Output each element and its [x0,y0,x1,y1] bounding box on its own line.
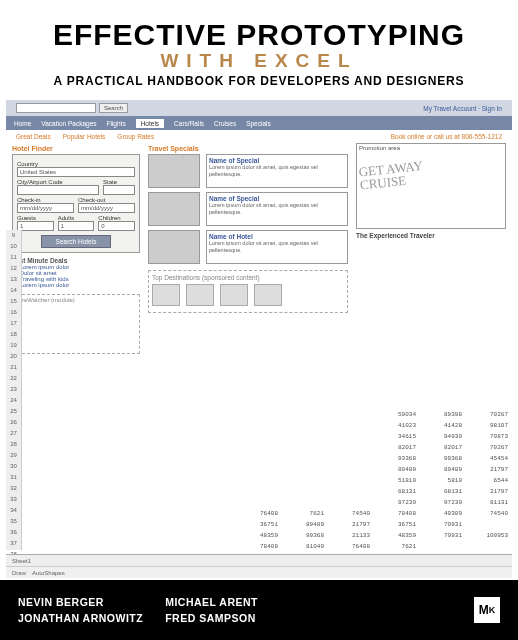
sheet-tab[interactable]: Sheet1 [12,558,31,564]
mk-logo-icon: MK [474,597,500,623]
promo-scribble: GET AWAY CRUISE [358,151,504,192]
special-image [148,192,200,226]
lmd-heading: Last Minute Deals [12,257,140,264]
children-select[interactable]: 0 [98,221,135,231]
draw-menu[interactable]: Draw [12,570,26,576]
search-button[interactable]: Search [99,103,128,113]
guests-select[interactable]: 1 [17,221,54,231]
subnav-group[interactable]: Group Rates [117,133,154,140]
autoshapes-menu[interactable]: AutoShapes [32,570,65,576]
main-nav: Home Vacation Packages Flights Hotels Ca… [6,116,512,130]
top-nav: Search My Travel Account · Sign In [6,100,512,116]
experienced-traveler-heading: The Experienced Traveler [356,232,506,239]
promotion-area: Promotion area GET AWAY CRUISE [356,143,506,229]
nav-cars[interactable]: Cars/Rails [174,120,204,127]
special-text: Name of Hotel Lorem ipsum dolor sit amet… [206,230,348,264]
left-column: Hotel Finder Country United States City/… [12,143,140,354]
special-desc: Lorem ipsum dolor sit amet, quis egestas… [209,202,345,215]
nav-packages[interactable]: Vacation Packages [41,120,96,127]
row-index-gutter: 9101112131415161718192021222324252627282… [6,230,22,550]
search-input[interactable] [16,103,96,113]
topdest-title: Top Destinations [152,274,200,281]
adults-select[interactable]: 1 [58,221,95,231]
subnav-deals[interactable]: Great Deals [16,133,51,140]
sign-in-link[interactable]: Sign In [482,105,502,112]
spreadsheet-numbers: 5903489398702674102341428981073461594930… [208,409,508,552]
nav-flights[interactable]: Flights [107,120,126,127]
travel-specials-heading: Travel Specials [148,145,348,152]
dest-images [152,284,344,306]
special-text: Name of Special Lorem ipsum dolor sit am… [206,154,348,188]
top-destinations: Top Destinations (sponsored content) [148,270,348,313]
special-image [148,154,200,188]
farewatcher-module: FareWatcher (module) [12,294,140,354]
title-line1: EFFECTIVE PROTOTYPING [20,18,498,52]
authors: NEVIN BERGER MICHAEL ARENT JONATHAN ARNO… [18,596,258,624]
drawing-toolbar: Draw AutoShapes [6,566,512,578]
special-name[interactable]: Name of Special [209,195,345,202]
city-input[interactable] [17,185,99,195]
last-minute-deals: Last Minute Deals Lorem ipsum dolor Dolo… [12,257,140,288]
excel-mockup: 9101112131415161718192021222324252627282… [6,100,512,590]
right-column: Promotion area GET AWAY CRUISE The Exper… [356,143,506,354]
publisher-logo: MK [474,597,500,623]
nav-home[interactable]: Home [14,120,31,127]
special-name[interactable]: Name of Special [209,157,345,164]
footer-bar: NEVIN BERGER MICHAEL ARENT JONATHAN ARNO… [0,580,518,640]
author: JONATHAN ARNOWITZ [18,612,143,624]
author: FRED SAMPSON [165,612,258,624]
search-hotels-button[interactable]: Search Hotels [41,235,111,248]
nav-cruises[interactable]: Cruises [214,120,236,127]
promo-heading: Promotion area [359,145,400,151]
special-row: Name of Special Lorem ipsum dolor sit am… [148,192,348,226]
dest-image [186,284,214,306]
special-row: Name of Hotel Lorem ipsum dolor sit amet… [148,230,348,264]
checkin-input[interactable]: mm/dd/yyyy [17,203,74,213]
account-links: My Travel Account · Sign In [423,105,502,112]
dest-image [152,284,180,306]
subtitle: A PRACTICAL HANDBOOK FOR DEVELOPERS AND … [20,74,498,88]
dest-image [254,284,282,306]
sheet-tabs: Sheet1 [6,554,512,566]
subnav-popular[interactable]: Popular Hotels [63,133,106,140]
author: NEVIN BERGER [18,596,143,608]
topdest-sponsored: (sponsored content) [202,274,260,281]
lmd-item[interactable]: Lorem ipsum dolor [16,282,140,288]
sub-nav: Great Deals Popular Hotels Group Rates B… [6,130,512,143]
special-desc: Lorem ipsum dolor sit amet, quis egestas… [209,240,345,253]
author: MICHAEL ARENT [165,596,258,608]
book-cover: EFFECTIVE PROTOTYPING WITH EXCEL A PRACT… [0,0,518,640]
content-area: Hotel Finder Country United States City/… [6,143,512,354]
country-select[interactable]: United States [17,167,135,177]
special-text: Name of Special Lorem ipsum dolor sit am… [206,192,348,226]
nav-specials[interactable]: Specials [246,120,271,127]
dest-image [220,284,248,306]
title-line2: WITH EXCEL [20,50,498,72]
checkout-input[interactable]: mm/dd/yyyy [78,203,135,213]
middle-column: Travel Specials Name of Special Lorem ip… [148,143,348,354]
special-desc: Lorem ipsum dolor sit amet, quis egestas… [209,164,345,177]
book-now-text: Book online or call us at 800-555-1212 [391,133,502,140]
special-name[interactable]: Name of Hotel [209,233,345,240]
hotel-finder-panel: Country United States City/Airport Code … [12,154,140,253]
hotel-finder-heading: Hotel Finder [12,145,140,152]
special-image [148,230,200,264]
my-account-link[interactable]: My Travel Account [423,105,476,112]
title-block: EFFECTIVE PROTOTYPING WITH EXCEL A PRACT… [0,0,518,96]
topdest-heading: Top Destinations (sponsored content) [152,274,344,281]
lmd-list: Lorem ipsum dolor Dolor sit amet Traveli… [12,264,140,288]
special-row: Name of Special Lorem ipsum dolor sit am… [148,154,348,188]
state-select[interactable] [103,185,135,195]
nav-hotels[interactable]: Hotels [136,119,164,128]
